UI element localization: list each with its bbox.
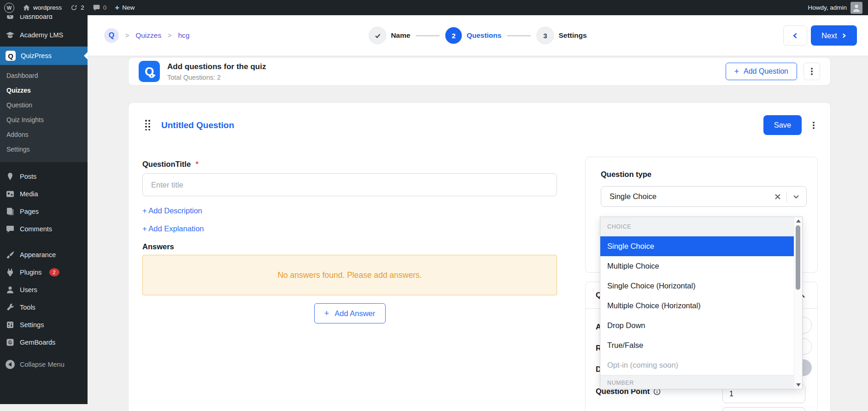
step-name-label[interactable]: Name: [391, 31, 410, 40]
submenu-item-question[interactable]: Question: [0, 98, 88, 112]
next-label: Next: [821, 31, 837, 40]
sidebar-item-appearance[interactable]: Appearance: [0, 246, 88, 264]
step-connector: [507, 35, 531, 36]
sidebar-item-quizpress[interactable]: Q QuizPress: [0, 47, 88, 65]
dropdown-option-single-choice[interactable]: Single Choice: [600, 236, 794, 256]
add-description-link[interactable]: + Add Description: [142, 206, 557, 215]
step-name-circle[interactable]: [369, 27, 386, 44]
admin-sidebar: Dashboard Academy LMS Q QuizPress Dashbo…: [0, 15, 88, 404]
settings-icon: [6, 320, 15, 329]
tools-icon: [6, 303, 15, 312]
question-title-heading[interactable]: Untitled Question: [161, 120, 234, 130]
add-explanation-link[interactable]: + Add Explanation: [142, 224, 557, 233]
wizard-topbar: Q > Quizzes > hcg Name 2 Questions 3 Set…: [88, 15, 868, 56]
check-icon: [374, 32, 381, 39]
add-question-button[interactable]: + Add Question: [726, 63, 797, 80]
submenu-item-dashboard[interactable]: Dashboard: [0, 68, 88, 83]
scroll-down-arrow-icon[interactable]: [796, 383, 801, 387]
chevron-down-icon[interactable]: [792, 193, 800, 200]
question-type-select[interactable]: Single Choice: [601, 186, 807, 207]
save-button[interactable]: Save: [763, 115, 802, 135]
dropdown-group-choice: CHOICE: [600, 217, 794, 236]
step-questions-circle[interactable]: 2: [446, 27, 462, 44]
quizpress-logo-icon[interactable]: Q: [104, 28, 119, 43]
required-asterisk: *: [196, 160, 199, 168]
next-field-partial[interactable]: [722, 407, 805, 411]
submenu-item-quizzes[interactable]: Quizzes: [0, 83, 88, 98]
quizpress-app-icon: Q: [139, 61, 160, 82]
sidebar-item-label: Comments: [20, 225, 52, 233]
sidebar-item-plugins[interactable]: Plugins 2: [0, 264, 88, 281]
screen: W wordpress 2 0 + New Howdy, admin: [0, 0, 868, 411]
dropdown-option-single-choice-horizontal[interactable]: Single Choice (Horizontal): [600, 276, 794, 296]
plus-icon: +: [324, 309, 329, 318]
avatar[interactable]: [850, 2, 862, 14]
add-answer-button[interactable]: + Add Answer: [314, 303, 386, 323]
step-settings-label[interactable]: Settings: [558, 31, 586, 40]
dropdown-option-multiple-choice-horizontal[interactable]: Multiple Choice (Horizontal): [600, 296, 794, 316]
sidebar-item-label: Users: [20, 286, 37, 294]
user-silhouette-icon: [851, 3, 862, 13]
quizpress-submenu: Dashboard Quizzes Question Quiz Insights…: [0, 65, 88, 162]
question-title-field-label: QuestionTitle: [142, 160, 191, 168]
comments-menu[interactable]: 0: [88, 0, 111, 15]
header-more-options-button[interactable]: [803, 63, 820, 80]
clear-selection-icon[interactable]: [774, 194, 781, 200]
breadcrumb-current: hcg: [178, 31, 189, 40]
submenu-item-settings[interactable]: Settings: [0, 142, 88, 157]
sidebar-item-media[interactable]: Media: [0, 185, 88, 203]
dropdown-option-multiple-choice[interactable]: Multiple Choice: [600, 256, 794, 276]
sidebar-item-posts[interactable]: Posts: [0, 168, 88, 185]
sidebar-item-users[interactable]: Users: [0, 281, 88, 299]
step-settings-circle[interactable]: 3: [536, 27, 554, 44]
step-questions-label[interactable]: Questions: [467, 31, 502, 40]
posts-icon: [6, 172, 15, 181]
sidebar-item-label: QuizPress: [21, 52, 52, 59]
site-name-menu[interactable]: wordpress: [18, 0, 66, 15]
select-divider: [786, 191, 787, 202]
quiz-header-card: Q Add questions for the quiz Total Quest…: [128, 57, 831, 86]
next-button[interactable]: Next: [811, 25, 857, 46]
dropdown-option-true-false[interactable]: True/False: [600, 335, 794, 355]
add-question-label: Add Question: [744, 67, 788, 76]
sidebar-item-label: Appearance: [20, 251, 56, 258]
back-button[interactable]: [783, 25, 807, 46]
sidebar-item-label: Academy LMS: [20, 31, 63, 39]
submenu-item-quiz-insights[interactable]: Quiz Insights: [0, 112, 88, 127]
howdy-text[interactable]: Howdy, admin: [808, 4, 847, 11]
wp-logo-menu[interactable]: W: [0, 0, 18, 15]
sidebar-item-label: Settings: [20, 321, 44, 329]
sidebar-item-pages[interactable]: Pages: [0, 203, 88, 220]
submenu-item-addons[interactable]: Addons: [0, 127, 88, 142]
dashboard-icon: [6, 15, 15, 21]
collapse-menu-button[interactable]: Collapse Menu: [0, 356, 88, 373]
page-title: Add questions for the quiz: [167, 62, 266, 71]
academy-lms-icon: [6, 30, 15, 40]
dropdown-scrollbar[interactable]: [794, 217, 802, 389]
comment-count: 0: [103, 4, 107, 11]
question-title-input[interactable]: [142, 173, 557, 196]
plugins-icon: [6, 268, 15, 277]
updates-menu[interactable]: 2: [66, 0, 88, 15]
sidebar-item-gemboards[interactable]: G GemBoards: [0, 334, 88, 351]
sidebar-item-comments[interactable]: Comments: [0, 220, 88, 238]
total-questions-text: Total Questions: 2: [167, 74, 266, 81]
sidebar-item-settings[interactable]: Settings: [0, 316, 88, 334]
drag-handle-icon[interactable]: [145, 120, 150, 130]
pages-icon: [6, 207, 15, 216]
sidebar-item-dashboard-clipped[interactable]: Dashboard: [0, 15, 88, 23]
sidebar-item-label: Pages: [20, 208, 39, 215]
scroll-up-arrow-icon[interactable]: [796, 219, 801, 223]
breadcrumb-separator: >: [125, 32, 129, 39]
dropdown-option-drop-down[interactable]: Drop Down: [600, 316, 794, 335]
question-type-dropdown: CHOICE Single Choice Multiple Choice Sin…: [600, 217, 803, 389]
breadcrumb-separator: >: [168, 32, 171, 39]
sidebar-item-academy-lms[interactable]: Academy LMS: [0, 26, 88, 44]
sidebar-item-tools[interactable]: Tools: [0, 299, 88, 316]
appearance-icon: [6, 250, 15, 259]
add-answer-label: Add Answer: [334, 309, 375, 318]
question-more-options-button[interactable]: [809, 117, 818, 134]
new-content-menu[interactable]: + New: [111, 0, 139, 15]
scrollbar-thumb[interactable]: [796, 225, 800, 290]
breadcrumb-quizzes-link[interactable]: Quizzes: [135, 31, 161, 40]
